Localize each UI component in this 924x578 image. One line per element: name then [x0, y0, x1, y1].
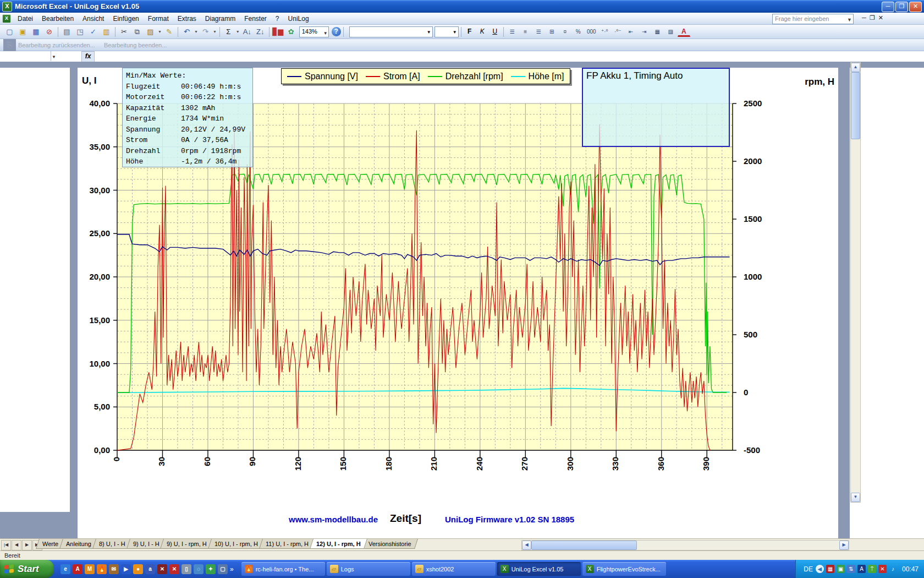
font-color-icon[interactable]: A	[678, 26, 690, 37]
tray-close-red-icon[interactable]: ✕	[878, 565, 887, 573]
menu-item-?[interactable]: ?	[271, 14, 284, 24]
quicklaunch-mediaplayer-icon[interactable]: ▶	[121, 564, 131, 574]
legend-item-drehzahl[interactable]: Drehzahl [rpm]	[428, 72, 503, 81]
increase-indent-icon[interactable]: ⇥	[638, 26, 651, 38]
horizontal-scrollbar[interactable]: ◀ ▶	[521, 540, 849, 550]
sort-descending-icon[interactable]: Z↓	[254, 26, 267, 38]
footer-website-link[interactable]: www.sm-modellbau.de	[289, 515, 378, 524]
autosum-icon[interactable]: Σ	[222, 26, 235, 38]
print-preview-icon[interactable]: ◳	[74, 26, 86, 38]
taskbar-button-xshot2002[interactable]: ▱xshot2002	[412, 562, 496, 576]
drawing-icon[interactable]: ✿	[285, 26, 298, 38]
permission-icon[interactable]: ⊘	[43, 26, 56, 38]
minimize-button[interactable]: ─	[882, 2, 894, 12]
insert-function-icon[interactable]: fx	[81, 51, 95, 62]
chart-wizard-icon[interactable]: ▊▆	[272, 26, 284, 38]
bold-button[interactable]: F	[464, 26, 476, 37]
workbook-restore-button[interactable]: ❐	[870, 14, 875, 21]
tray-volume-icon[interactable]: ♪	[889, 565, 897, 573]
print-icon[interactable]: ▤	[61, 26, 73, 38]
tray-network-icon[interactable]: ⇅	[847, 565, 855, 573]
chart-page[interactable]: U, I rpm, H 40,0035,0030,0025,0020,0015,…	[78, 68, 838, 538]
underline-button[interactable]: U	[489, 26, 501, 37]
quicklaunch-display-icon[interactable]: ▢	[218, 564, 228, 574]
quicklaunch-winamp-icon[interactable]: M	[85, 564, 95, 574]
next-sheet-button[interactable]: ▶	[22, 540, 32, 550]
taskbar-button-rc-heli-fan-org-the[interactable]: 🔥rc-heli-fan.org • The...	[241, 562, 325, 576]
scroll-up-icon[interactable]: ▲	[851, 63, 860, 72]
cut-icon[interactable]: ✂	[118, 26, 130, 38]
decrease-indent-icon[interactable]: ⇤	[625, 26, 637, 38]
workbook-close-button[interactable]: ✕	[878, 14, 883, 21]
menu-item-einfgen[interactable]: Einfügen	[108, 14, 143, 24]
undo-icon-dropdown[interactable]: ▼	[194, 30, 198, 34]
close-button[interactable]: ✕	[909, 2, 922, 12]
zoom-select[interactable]: 143%▼	[299, 26, 329, 37]
vertical-scrollbar[interactable]: ▲ ▼	[850, 62, 861, 503]
quicklaunch-firefox-icon[interactable]: 🔥	[97, 564, 107, 574]
taskbar-button-logs[interactable]: ▱Logs	[327, 562, 410, 576]
align-right-icon[interactable]: ☰	[532, 26, 545, 38]
quicklaunch-search-icon[interactable]: ◌	[194, 564, 204, 574]
italic-button[interactable]: K	[476, 26, 488, 37]
align-center-icon[interactable]: ≡	[519, 26, 532, 38]
tray-app-red-icon[interactable]: ▦	[826, 565, 834, 573]
annotation-textbox[interactable]: FP Akku 1, Timing Auto	[582, 68, 730, 147]
taskbar-clock[interactable]: 00:47	[902, 565, 919, 573]
name-box[interactable]	[0, 51, 51, 61]
quicklaunch-mail-icon[interactable]: ✉	[109, 564, 119, 574]
sheet-tab-7[interactable]: 11) U, I - rpm, H	[259, 539, 315, 549]
quicklaunch-tree-icon[interactable]: ✦	[206, 564, 216, 574]
menu-item-extras[interactable]: Extras	[173, 14, 201, 24]
chart-legend[interactable]: Spannung [V]Strom [A]Drehzahl [rpm]Höhe …	[281, 68, 570, 84]
legend-item-spannung[interactable]: Spannung [V]	[287, 72, 358, 81]
sheet-tab-8[interactable]: 12) U, I - rpm, H	[310, 539, 367, 549]
quicklaunch-pda-icon[interactable]: ▯	[182, 564, 191, 574]
quicklaunch-x2-icon[interactable]: ✕	[169, 564, 179, 574]
menu-item-ansicht[interactable]: Ansicht	[78, 14, 108, 24]
quicklaunch-azureus-icon[interactable]: a	[145, 564, 155, 574]
scroll-down-icon[interactable]: ▼	[851, 493, 860, 502]
font-name-select[interactable]: ▼	[349, 26, 433, 37]
question-dropdown-icon[interactable]: ▼	[847, 15, 852, 24]
save-icon[interactable]: ▦	[30, 26, 42, 38]
open-icon[interactable]: ▣	[16, 26, 29, 38]
scroll-right-icon[interactable]: ▶	[839, 541, 849, 550]
menu-item-bearbeiten[interactable]: Bearbeiten	[37, 14, 78, 24]
thousands-icon[interactable]: 000	[585, 26, 598, 38]
end-review-button[interactable]: Bearbeitung beenden...	[104, 42, 167, 48]
formula-input[interactable]	[97, 51, 924, 61]
help-icon[interactable]: ?	[332, 27, 341, 36]
sheet-tab-2[interactable]: Anleitung	[59, 539, 98, 549]
new-icon[interactable]: ▢	[3, 26, 16, 38]
sheet-tab-4[interactable]: 9) U, I - H	[127, 539, 166, 549]
start-button[interactable]: Start	[0, 560, 54, 578]
autosum-icon-dropdown[interactable]: ▼	[236, 30, 240, 34]
align-left-icon[interactable]: ☰	[506, 26, 519, 38]
sheet-tab-5[interactable]: 9) U, I - rpm, H	[160, 539, 213, 549]
fill-color-icon[interactable]: ▨	[664, 26, 677, 38]
restore-button[interactable]: ❐	[895, 2, 908, 12]
quicklaunch-acrobat-icon[interactable]: A	[73, 564, 82, 574]
tray-usb-icon[interactable]: ⍑	[868, 565, 876, 573]
tray-hide-icon[interactable]: ◀	[816, 565, 824, 573]
horizontal-scroll-thumb[interactable]	[531, 541, 637, 550]
minmax-textbox[interactable]: Min/Max Werte: Flugzeit00:06:49 h:m:sMot…	[122, 68, 253, 167]
sheet-tab-9[interactable]: Versionshistorie	[362, 539, 418, 549]
currency-icon[interactable]: ¤	[559, 26, 571, 38]
taskbar-button-unilog-excel-v1-05[interactable]: XUniLog Excel v1.05	[497, 562, 581, 576]
legend-item-strom[interactable]: Strom [A]	[366, 72, 420, 81]
borders-icon[interactable]: ▦	[651, 26, 664, 38]
workbook-minimize-button[interactable]: ─	[862, 14, 866, 21]
menu-item-datei[interactable]: Datei	[13, 14, 37, 24]
copy-icon[interactable]: ⧉	[131, 26, 144, 38]
menu-item-format[interactable]: Format	[144, 14, 173, 24]
paste-icon-dropdown[interactable]: ▼	[158, 30, 162, 34]
increase-decimal-icon[interactable]: ⁺·⁰	[598, 26, 611, 38]
tray-app-green-icon[interactable]: ▣	[837, 565, 845, 573]
font-size-select[interactable]: ▼	[435, 26, 459, 37]
scroll-left-icon[interactable]: ◀	[522, 541, 531, 550]
percent-icon[interactable]: %	[572, 26, 585, 38]
first-sheet-button[interactable]: |◀	[1, 540, 11, 550]
redo-icon-dropdown[interactable]: ▼	[213, 30, 217, 34]
